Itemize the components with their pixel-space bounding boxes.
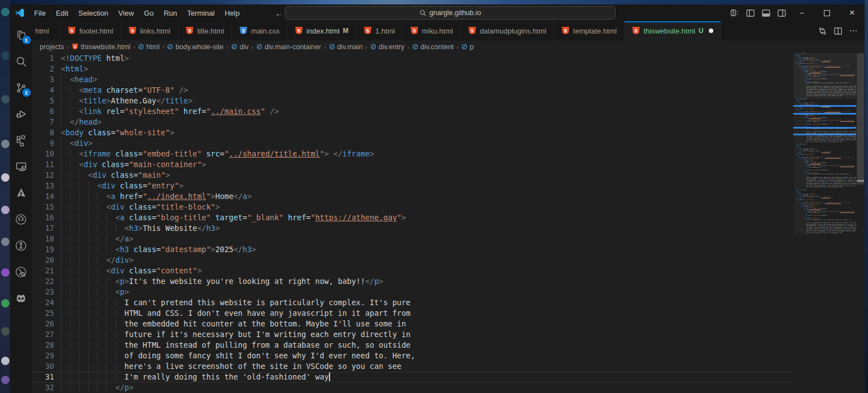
code-line[interactable]: 31 I'm really doing this the 'old-fashio… [32, 372, 793, 382]
code-line[interactable]: 30 here's a live screenshot of the site … [32, 361, 793, 372]
code-line[interactable]: 32 </p> [32, 382, 793, 393]
activity-gitlens-icon[interactable] [14, 238, 28, 253]
menu-view[interactable]: View [113, 7, 139, 19]
menu-selection[interactable]: Selection [73, 7, 113, 19]
tab-title-html[interactable]: 5title.html [178, 21, 232, 40]
tab-dalamudplugins-html[interactable]: 5dalamudplugins.html [461, 21, 554, 40]
code-line[interactable]: 11 <div class="main-container"> [32, 159, 793, 170]
breadcrumb-label: div.entry [379, 43, 404, 51]
code-line[interactable]: 14 <a href="../index.html">Home</a> [32, 191, 793, 202]
customize-layout-icon[interactable] [727, 6, 742, 20]
breadcrumb-item-thiswebsite-html[interactable]: 5thiswebsite.html [71, 43, 130, 51]
tab-1-html[interactable]: 51.html [356, 21, 403, 40]
code-line[interactable]: 17 <h3>This Website</h3> [32, 223, 793, 234]
open-changes-icon[interactable] [815, 24, 829, 37]
breadcrumb-item-body-whole-site[interactable]: body.whole-site [167, 43, 223, 51]
maximize-button[interactable] [814, 4, 840, 21]
toggle-panel-icon[interactable] [758, 6, 774, 20]
code-line[interactable]: 4 <meta charset="UTF-8" /> [32, 85, 793, 96]
code-line[interactable]: 16 <a class="blog-title" target="_blank"… [32, 212, 793, 223]
breadcrumb-item-div[interactable]: div [231, 43, 249, 51]
minimize-button[interactable]: − [789, 4, 814, 21]
code-line[interactable]: 25 HTML and CSS. I don't even have any j… [32, 308, 793, 319]
menu-go[interactable]: Go [139, 7, 159, 19]
menu-file[interactable]: File [29, 7, 51, 19]
code-line[interactable]: 15 <div class="title-block"> [32, 202, 793, 212]
code-line[interactable]: 10 <iframe class="embed-title" src="../s… [32, 149, 793, 159]
breadcrumb-item-p[interactable]: p [461, 43, 474, 51]
line-number: 4 [32, 85, 54, 96]
code-line[interactable]: 20 </div> [32, 255, 793, 266]
code-line[interactable]: 12 <div class="main"> [32, 170, 793, 181]
code-text: <div> [54, 138, 93, 149]
breadcrumb-item-div-entry[interactable]: div.entry [370, 43, 404, 51]
vertical-scrollbar[interactable] [856, 53, 865, 393]
code-line[interactable]: 5 <title>Athene.Gay</title> [32, 96, 793, 106]
line-number: 11 [32, 159, 54, 170]
code-line[interactable]: 23 <p> [32, 287, 793, 297]
breadcrumb-item-html[interactable]: html [138, 43, 160, 51]
code-line[interactable]: 7 </head> [32, 117, 793, 127]
breadcrumb-label: div.main [337, 43, 363, 51]
code-area[interactable]: 1<!DOCTYPE html>2<html>3 <head>4 <meta c… [32, 53, 793, 393]
code-line[interactable]: 28 the HTML instead of pulling from a da… [32, 340, 793, 351]
code-line[interactable]: 22 <p>It's the website you're looking at… [32, 276, 793, 287]
code-line[interactable]: 18 </a> [32, 234, 793, 244]
code-line[interactable]: 3 <head> [32, 74, 793, 85]
code-line[interactable]: 26 the embedded hit counter at the botto… [32, 319, 793, 329]
code-line[interactable]: 21 <div class="content"> [32, 266, 793, 276]
minimap[interactable]: <!DOCTYPE html> <html> <head> <meta char… [793, 53, 856, 393]
code-line[interactable]: 9 <div> [32, 138, 793, 149]
activity-explorer-icon[interactable]: 1 [14, 28, 28, 42]
close-button[interactable]: × [840, 4, 865, 21]
menu-terminal[interactable]: Terminal [182, 7, 220, 19]
more-actions-icon[interactable]: ⋯ [847, 24, 860, 37]
breadcrumb-item-div-content[interactable]: div.content [412, 43, 454, 51]
activity-source-control-icon[interactable]: 2 [14, 81, 28, 95]
breadcrumb-item-div-main-container[interactable]: div.main-container [256, 43, 321, 51]
code-line[interactable]: 19 <h3 class="datestamp">2025</h3> [32, 244, 793, 255]
activity-run-debug-icon[interactable] [14, 107, 28, 121]
code-line[interactable]: 1<!DOCTYPE html> [32, 53, 793, 64]
tab-html[interactable]: html [32, 21, 60, 40]
code-text: <div class="entry"> [54, 181, 184, 191]
tab-template-html[interactable]: 5template.html [554, 21, 624, 40]
code-line[interactable]: 13 <div class="entry"> [32, 181, 793, 191]
activity-azure-icon[interactable] [14, 186, 28, 200]
tab-footer-html[interactable]: 5footer.html [60, 21, 121, 40]
unsaved-dot-icon[interactable] [709, 29, 713, 33]
code-line[interactable]: 24 I can't pretend this website is parti… [32, 297, 793, 308]
menu-edit[interactable]: Edit [51, 7, 73, 19]
code-line[interactable]: 29 of doing some fancy shit I don't see … [32, 351, 793, 361]
tab-index-html[interactable]: 5index.htmlM [288, 21, 356, 40]
background-app-icon [1, 238, 9, 246]
code-line[interactable]: 8<body class="whole-site"> [32, 127, 793, 138]
tab-thiswebsite-html[interactable]: 5thiswebsite.htmlU [624, 21, 721, 40]
tab-miku-html[interactable]: 5miku.html [403, 21, 461, 40]
code-line[interactable]: 6 <link rel="stylesheet" href="../main.c… [32, 106, 793, 117]
split-editor-icon[interactable] [831, 24, 845, 37]
activity-godot-tools-icon[interactable] [14, 291, 28, 305]
tab-main-css[interactable]: 3main.css [232, 21, 287, 40]
tab-label: miku.html [422, 27, 453, 35]
activity-gitlens-inspect-icon[interactable] [14, 264, 28, 279]
breadcrumb-item-projects[interactable]: projects [40, 43, 64, 51]
menu-help[interactable]: Help [220, 7, 245, 19]
code-line[interactable]: 2<html> [32, 64, 793, 74]
activity-search-icon[interactable] [14, 54, 28, 69]
html5-file-icon: 5 [410, 27, 418, 35]
toggle-secondary-sidebar-icon[interactable] [774, 6, 789, 20]
code-text: the embedded hit counter at the bottom. … [54, 319, 406, 329]
activity-extensions-icon[interactable] [14, 133, 28, 148]
toggle-primary-sidebar-icon[interactable] [742, 6, 758, 20]
back-arrow-icon[interactable]: ← [275, 8, 283, 18]
menu-run[interactable]: Run [159, 7, 182, 19]
code-line[interactable]: 27 future if it's necessary but I'm writ… [32, 329, 793, 340]
tab-links-html[interactable]: 5links.html [121, 21, 178, 40]
activity-github-icon[interactable] [14, 212, 28, 226]
breadcrumb-item-div-main[interactable]: div.main [329, 43, 363, 51]
scrollbar-slider[interactable] [857, 53, 864, 184]
command-center[interactable]: gnargle.github.io [285, 6, 616, 20]
activity-remote-explorer-icon[interactable] [14, 159, 28, 174]
git-status-badge: U [699, 27, 704, 35]
